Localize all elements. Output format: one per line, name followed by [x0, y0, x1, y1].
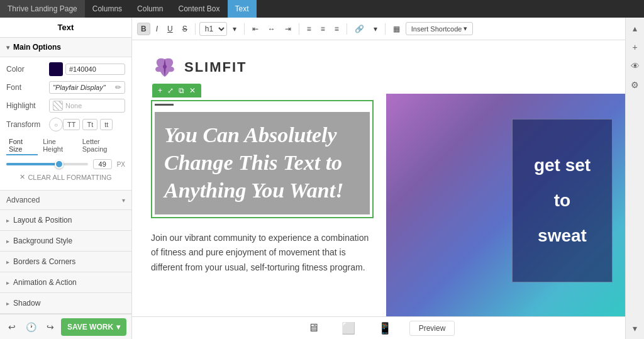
text-block-toolbar: + ⤢ ⧉ ✕ — [152, 84, 201, 97]
animation-action-label: Animation & Action — [13, 278, 77, 287]
nav-content-box[interactable]: Content Box — [170, 0, 227, 18]
tab-font-size[interactable]: Font Size — [6, 136, 38, 155]
advanced-section[interactable]: Advanced ▾ — [0, 191, 131, 210]
insert-shortcode-arrow: ▾ — [464, 25, 467, 33]
insert-shortcode-button[interactable]: Insert Shortcode ▾ — [406, 22, 474, 35]
scroll-up-btn[interactable]: ▴ — [628, 21, 642, 35]
shadow-header[interactable]: ▸ Shadow — [0, 293, 131, 313]
layout-position-label: Layout & Position — [13, 216, 72, 225]
borders-corners-header[interactable]: ▸ Borders & Corners — [0, 252, 131, 272]
align-right-button[interactable]: ⇥ — [281, 23, 295, 35]
text-divider — [155, 104, 174, 106]
tab-letter-spacing[interactable]: Letter Spacing — [80, 136, 125, 155]
heading-select[interactable]: h1 h2 h3 p — [199, 22, 227, 36]
left-panel-bottom: ↩ 🕐 ↪ SAVE WORK ▾ — [0, 314, 131, 339]
indent-button[interactable]: ≡ — [331, 23, 343, 35]
shadow-icon: ▸ — [6, 300, 9, 307]
content-area: B I U S h1 h2 h3 p ▾ ⇤ ↔ ⇥ ≡ ≡ ≡ 🔗 ▾ ▦ — [132, 18, 625, 339]
tablet-view-btn[interactable]: ⬜ — [336, 319, 360, 338]
borders-corners-section: ▸ Borders & Corners — [0, 252, 131, 272]
transform-buttons: TT Tt tt — [63, 119, 113, 130]
strikethrough-button[interactable]: S — [179, 23, 191, 35]
animation-action-header[interactable]: ▸ Animation & Action — [0, 272, 131, 292]
right-sidebar-settings-btn[interactable]: + — [628, 40, 642, 54]
transform-lowercase[interactable]: tt — [100, 119, 113, 130]
close-block-icon[interactable]: ✕ — [187, 86, 197, 96]
font-size-slider[interactable] — [6, 163, 88, 165]
mobile-view-btn[interactable]: 📱 — [373, 319, 397, 338]
top-nav: Thrive Landing Page Columns Column Conte… — [0, 0, 644, 18]
font-field-row: Font "Playfair Display" ✏ — [6, 81, 125, 94]
font-label: Font — [6, 83, 49, 92]
italic-button[interactable]: I — [152, 23, 162, 35]
ordered-list-button[interactable]: ≡ — [317, 23, 329, 35]
logo-area: SLIMFIT — [151, 53, 247, 81]
background-style-label: Background Style — [13, 236, 72, 245]
highlight-selector[interactable]: None — [49, 99, 125, 113]
copy-block-icon[interactable]: ⧉ — [177, 86, 186, 96]
toolbar-divider-2 — [244, 23, 245, 35]
link-button[interactable]: 🔗 — [351, 23, 368, 35]
toolbar-divider-1 — [195, 23, 196, 35]
transform-none-btn[interactable]: ○ — [49, 118, 63, 131]
main-options-arrow: ▾ — [6, 44, 9, 51]
background-style-header[interactable]: ▸ Background Style — [0, 231, 131, 251]
right-sidebar-eye-btn[interactable]: 👁 — [628, 59, 642, 73]
logo-icon — [151, 53, 179, 81]
save-work-button[interactable]: SAVE WORK ▾ — [61, 318, 126, 336]
layout-position-icon: ▸ — [6, 217, 9, 224]
transform-row: Transform ○ TT Tt tt — [6, 118, 125, 131]
layout-position-header[interactable]: ▸ Layout & Position — [0, 210, 131, 230]
scroll-down-btn[interactable]: ▾ — [628, 321, 642, 335]
link-dropdown-btn[interactable]: ▾ — [370, 23, 381, 35]
redo-button[interactable]: ↪ — [43, 321, 57, 333]
align-left-button[interactable]: ⇤ — [248, 23, 262, 35]
slider-row: 49 PX — [6, 159, 125, 169]
nav-columns[interactable]: Columns — [85, 0, 130, 18]
align-center-button[interactable]: ↔ — [264, 23, 279, 35]
toolbar-divider-4 — [347, 23, 347, 35]
preview-button[interactable]: Preview — [409, 321, 455, 336]
main-heading[interactable]: You Can Absolutely Change This Text to A… — [155, 112, 370, 214]
dark-box-line1: get set — [534, 148, 591, 183]
animation-action-section: ▸ Animation & Action — [0, 272, 131, 293]
slider-value[interactable]: 49 — [93, 159, 112, 169]
main-options-content: Color #140040 Font "Playfair Display" ✏ … — [0, 57, 131, 191]
bold-button[interactable]: B — [137, 23, 150, 35]
undo-button[interactable]: ↩ — [5, 321, 19, 333]
dark-box-line3: sweat — [538, 218, 587, 253]
font-selector[interactable]: "Playfair Display" ✏ — [49, 81, 125, 94]
highlight-value: None — [65, 102, 82, 109]
clear-formatting-btn[interactable]: ✕ CLEAR ALL FORMATTING — [6, 169, 125, 185]
clear-label: CLEAR ALL FORMATTING — [28, 174, 111, 181]
page-header: SLIMFIT — [132, 40, 625, 94]
history-button[interactable]: 🕐 — [23, 321, 40, 333]
underline-button[interactable]: U — [164, 23, 177, 35]
transform-capitalize[interactable]: Tt — [82, 119, 97, 130]
tab-line-height[interactable]: Line Height — [40, 136, 77, 155]
main-options-header[interactable]: ▾ Main Options — [0, 38, 131, 57]
color-value[interactable]: #140040 — [65, 64, 125, 75]
right-column: get set to sweat — [386, 94, 625, 316]
content-columns: + ⤢ ⧉ ✕ You Can Absolutely Change This T… — [132, 94, 625, 316]
toolbar-divider-5 — [385, 23, 386, 35]
left-column: + ⤢ ⧉ ✕ You Can Absolutely Change This T… — [132, 94, 386, 316]
background-style-icon: ▸ — [6, 238, 9, 245]
desktop-view-btn[interactable]: 🖥 — [303, 319, 324, 337]
transform-all-caps[interactable]: TT — [63, 119, 80, 130]
body-text[interactable]: Join our vibrant community to experience… — [151, 231, 374, 275]
nav-thrive-landing-page[interactable]: Thrive Landing Page — [0, 0, 85, 18]
text-block-wrapper[interactable]: + ⤢ ⧉ ✕ You Can Absolutely Change This T… — [151, 100, 374, 218]
font-edit-icon[interactable]: ✏ — [115, 83, 121, 92]
table-button[interactable]: ▦ — [389, 23, 404, 35]
nav-column[interactable]: Column — [130, 0, 170, 18]
heading-dropdown-btn[interactable]: ▾ — [229, 23, 240, 35]
page-canvas: SLIMFIT + ⤢ ⧉ ✕ — [132, 40, 625, 316]
nav-text[interactable]: Text — [228, 0, 257, 18]
unordered-list-button[interactable]: ≡ — [303, 23, 315, 35]
add-block-icon[interactable]: + — [156, 86, 164, 96]
move-block-icon[interactable]: ⤢ — [165, 86, 175, 96]
color-swatch[interactable] — [49, 62, 63, 76]
layout-position-section: ▸ Layout & Position — [0, 210, 131, 231]
right-sidebar-gear-btn[interactable]: ⚙ — [628, 78, 642, 92]
